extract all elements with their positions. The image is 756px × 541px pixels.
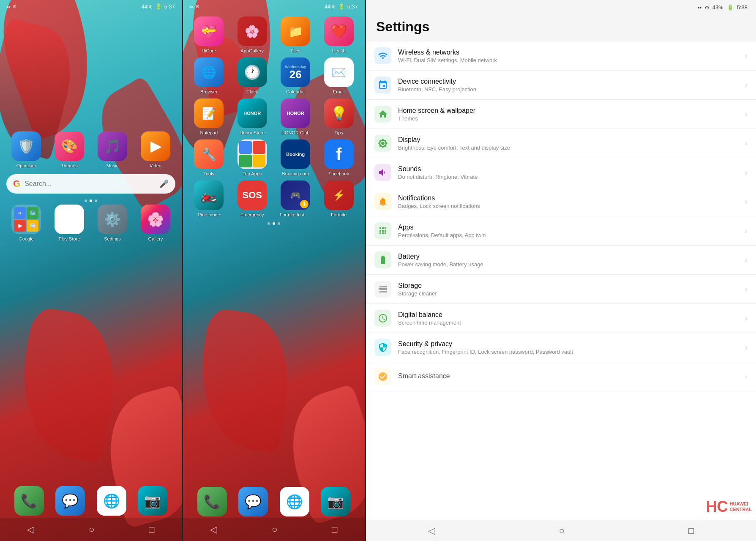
- battery-settings-icon: [378, 255, 388, 265]
- settings-item-storage[interactable]: Storage Storage cleaner ›: [366, 275, 756, 304]
- settings-item-homescreen[interactable]: Home screen & wallpaper Themes ›: [366, 100, 756, 129]
- app-icon-topapps: [237, 139, 267, 169]
- app-label-emergency: Emergency: [240, 212, 264, 217]
- battery-1: 44%: [142, 3, 153, 10]
- app-booking[interactable]: Booking Booking.com: [276, 139, 315, 176]
- smartassistance-chevron: ›: [745, 372, 748, 381]
- nav-recent-2[interactable]: □: [332, 524, 337, 535]
- app-icon-tips: 💡: [324, 98, 354, 128]
- settings-nav-recent[interactable]: □: [688, 525, 694, 536]
- battery-title: Battery: [398, 253, 745, 260]
- app-label-fortnite: Fortnite: [331, 212, 347, 217]
- app-facebook[interactable]: f Facebook: [319, 139, 359, 176]
- dock-chrome-2[interactable]: 🌐: [280, 487, 309, 516]
- settings-item-smartassistance[interactable]: Smart assistance ›: [366, 362, 756, 391]
- app-icon-ridemode: 🏍️: [194, 180, 224, 210]
- app-optimiser[interactable]: 🛡️ Optimiser: [6, 131, 46, 168]
- storage-text: Storage Storage cleaner: [398, 282, 745, 297]
- app-themes[interactable]: 🎨 Themes: [49, 131, 89, 168]
- settings-signal-icon: ▪▪: [698, 5, 701, 11]
- homescreen-title: Home screen & wallpaper: [398, 107, 745, 115]
- mic-icon[interactable]: 🎤: [159, 179, 169, 189]
- settings-item-security[interactable]: Security & privacy Face recognition, Fin…: [366, 333, 756, 362]
- app-tools[interactable]: 🔧 Tools: [189, 139, 229, 176]
- connectivity-icon-wrap: [374, 77, 391, 93]
- nav-back-2[interactable]: ◁: [210, 524, 217, 535]
- app-gallery[interactable]: 🌸 Gallery: [136, 205, 175, 241]
- app-playstore[interactable]: ▶ Play Store: [49, 205, 89, 241]
- app-icon-honor-club: HONOR: [281, 98, 310, 128]
- settings-item-wireless[interactable]: Wireless & networks Wi-Fi, Dual SIM sett…: [366, 41, 756, 71]
- app-files[interactable]: 📁 Files: [276, 16, 315, 53]
- smartassistance-title: Smart assistance: [398, 372, 745, 380]
- connectivity-text: Device connectivity Bluetooth, NFC, Easy…: [398, 78, 745, 93]
- nav-back-1[interactable]: ◁: [27, 524, 34, 535]
- app-label-facebook: Facebook: [329, 171, 349, 176]
- app-ridemode[interactable]: 🏍️ Ride mode: [189, 180, 229, 217]
- search-bar[interactable]: G 🎤: [6, 174, 175, 194]
- app-fortnite-install[interactable]: 🎮 ⬇ Fortnite Install..: [276, 180, 315, 217]
- app-honor-store[interactable]: HONOR Honor Store: [233, 98, 272, 135]
- app-settings-1[interactable]: ⚙️ Settings: [93, 205, 132, 241]
- storage-icon: [378, 284, 388, 294]
- app-label-fortnite-install: Fortnite Install..: [280, 212, 311, 217]
- dock-messages-1[interactable]: 💬: [55, 486, 85, 516]
- nav-home-1[interactable]: ○: [89, 524, 94, 535]
- app-icon-clock: 🕐: [237, 57, 267, 87]
- dock-camera-2[interactable]: 📷: [321, 487, 350, 516]
- app-label-video: Video: [150, 163, 161, 168]
- display-subtitle: Brightness, Eye comfort, Text and displa…: [398, 145, 745, 151]
- apps-icon: [378, 226, 388, 236]
- apps-chevron: ›: [745, 227, 748, 235]
- app-health[interactable]: ❤️ Health: [319, 16, 359, 53]
- smartassistance-icon-wrap: [374, 368, 391, 385]
- battery-icon-1: 🔋: [155, 3, 162, 10]
- app-email[interactable]: ✉️ Email: [319, 57, 359, 94]
- app-icon-notepad: 📝: [194, 98, 224, 128]
- nav-home-2[interactable]: ○: [272, 524, 277, 535]
- connectivity-icon: [378, 80, 388, 90]
- app-google-folder[interactable]: G 🗺️ ▶ 📰 Google: [6, 205, 46, 241]
- status-bar-1: ▪▪ ⊙ 44% 🔋 5:37: [0, 0, 182, 13]
- app-tips[interactable]: 💡 Tips: [319, 98, 359, 135]
- settings-item-battery[interactable]: Battery Power saving mode, Battery usage…: [366, 246, 756, 275]
- dock-phone-2[interactable]: 📞: [197, 487, 227, 516]
- settings-item-sounds[interactable]: Sounds Do not disturb, Ringtone, Vibrate…: [366, 158, 756, 187]
- app-appgallery[interactable]: 🌸 AppGallery: [233, 16, 272, 53]
- app-icon-music: 🎵: [98, 131, 127, 161]
- settings-time: 5:38: [737, 4, 748, 11]
- dock-messages-2[interactable]: 💬: [238, 487, 268, 516]
- app-music[interactable]: 🎵 Music: [93, 131, 132, 168]
- time-2: 5:37: [347, 3, 358, 10]
- dock-camera-1[interactable]: 📷: [138, 486, 167, 516]
- settings-item-apps[interactable]: Apps Permissions, Default apps, App twin…: [366, 216, 756, 246]
- settings-item-connectivity[interactable]: Device connectivity Bluetooth, NFC, Easy…: [366, 71, 756, 100]
- dock-phone-1[interactable]: 📞: [14, 486, 44, 516]
- panel-1: ▪▪ ⊙ 44% 🔋 5:37 🛡️ Optimiser 🎨 Themes 🎵 …: [0, 0, 182, 541]
- app-calendar[interactable]: Wednesday 26 Calendar: [276, 57, 315, 94]
- app-hicare[interactable]: 💝 HiCare: [189, 16, 229, 53]
- app-label-browser: Browser: [200, 89, 217, 94]
- app-notepad[interactable]: 📝 Notepad: [189, 98, 229, 135]
- app-topapps[interactable]: Top Apps: [233, 139, 272, 176]
- settings-nav-back[interactable]: ◁: [428, 525, 435, 536]
- app-icon-files: 📁: [281, 16, 310, 46]
- home-top-space: [0, 13, 182, 131]
- app-emergency[interactable]: SOS Emergency: [233, 180, 272, 217]
- app-label-appgallery: AppGallery: [241, 48, 264, 53]
- dock-chrome-1[interactable]: 🌐: [97, 486, 126, 516]
- app-browser[interactable]: 🌐 Browser: [189, 57, 229, 94]
- connectivity-title: Device connectivity: [398, 78, 745, 85]
- nav-recent-1[interactable]: □: [149, 524, 154, 535]
- settings-item-display[interactable]: Display Brightness, Eye comfort, Text an…: [366, 129, 756, 158]
- search-input[interactable]: [25, 180, 155, 188]
- settings-item-notifications[interactable]: Notifications Badges, Lock screen notifi…: [366, 187, 756, 216]
- app-clock[interactable]: 🕐 Clock: [233, 57, 272, 94]
- display-chevron: ›: [745, 139, 748, 148]
- app-honor-club[interactable]: HONOR HONOR Club: [276, 98, 315, 135]
- app-fortnite[interactable]: ⚡ Fortnite: [319, 180, 359, 217]
- app-video[interactable]: ▶ Video: [136, 131, 175, 168]
- dot-3: [95, 199, 97, 202]
- settings-item-digitalbalance[interactable]: Digital balance Screen time management ›: [366, 304, 756, 333]
- settings-nav-home[interactable]: ○: [559, 525, 565, 536]
